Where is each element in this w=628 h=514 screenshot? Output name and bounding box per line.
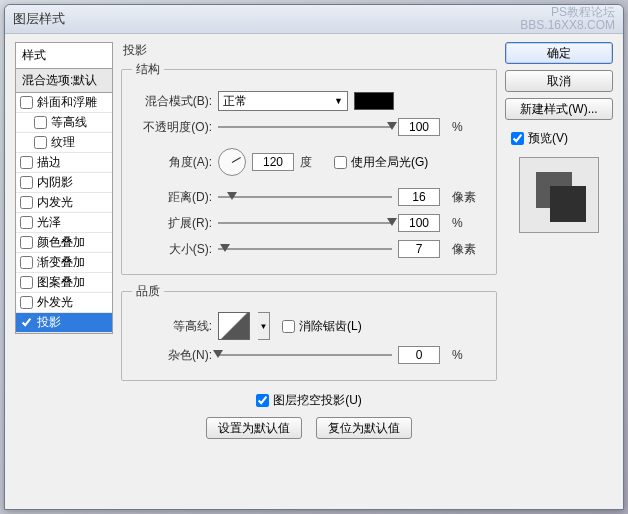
effect-label: 外发光 [37,294,73,311]
effect-label: 内阴影 [37,174,73,191]
effect-item[interactable]: 纹理 [16,133,112,153]
angle-label: 角度(A): [132,154,218,171]
effect-label: 纹理 [51,134,75,151]
spread-label: 扩展(R): [132,215,218,232]
watermark: PS教程论坛BBS.16XX8.COM [520,6,615,32]
effect-label: 内发光 [37,194,73,211]
titlebar[interactable]: 图层样式 PS教程论坛BBS.16XX8.COM [5,5,623,34]
antialias-checkbox[interactable]: 消除锯齿(L) [282,318,362,335]
size-input[interactable]: 7 [398,240,440,258]
new-style-button[interactable]: 新建样式(W)... [505,98,613,120]
size-label: 大小(S): [132,241,218,258]
effect-checkbox[interactable] [20,276,33,289]
quality-group: 品质 等高线: ▼ 消除锯齿(L) 杂色(N): 0 % [121,283,497,381]
angle-input[interactable]: 120 [252,153,294,171]
effect-item[interactable]: 内发光 [16,193,112,213]
noise-input[interactable]: 0 [398,346,440,364]
contour-dropdown[interactable]: ▼ [258,312,270,340]
set-default-button[interactable]: 设置为默认值 [206,417,302,439]
effect-checkbox[interactable] [20,316,33,329]
blend-mode-label: 混合模式(B): [132,93,218,110]
effect-label: 颜色叠加 [37,234,85,251]
effect-item[interactable]: 内阴影 [16,173,112,193]
effect-label: 渐变叠加 [37,254,85,271]
opacity-label: 不透明度(O): [132,119,218,136]
structure-legend: 结构 [132,61,164,78]
effect-label: 图案叠加 [37,274,85,291]
styles-header[interactable]: 样式 [15,42,113,69]
effect-item[interactable]: 渐变叠加 [16,253,112,273]
effect-checkbox[interactable] [20,216,33,229]
effect-checkbox[interactable] [34,136,47,149]
preview-checkbox[interactable]: 预览(V) [511,130,613,147]
noise-slider[interactable] [218,348,392,362]
effect-item[interactable]: 投影 [16,313,112,333]
knockout-checkbox[interactable]: 图层挖空投影(U) [121,392,497,409]
ok-button[interactable]: 确定 [505,42,613,64]
angle-dial[interactable] [218,148,246,176]
blend-mode-select[interactable]: 正常 ▼ [218,91,348,111]
distance-input[interactable]: 16 [398,188,440,206]
noise-label: 杂色(N): [132,347,218,364]
effect-item[interactable]: 光泽 [16,213,112,233]
opacity-input[interactable]: 100 [398,118,440,136]
window-title: 图层样式 [13,10,65,28]
panel-title: 投影 [123,42,497,59]
distance-label: 距离(D): [132,189,218,206]
effect-label: 投影 [37,314,61,331]
cancel-button[interactable]: 取消 [505,70,613,92]
effect-checkbox[interactable] [20,236,33,249]
spread-slider[interactable] [218,216,392,230]
chevron-down-icon: ▼ [334,96,343,106]
global-light-checkbox[interactable]: 使用全局光(G) [334,154,428,171]
blending-options[interactable]: 混合选项:默认 [15,69,113,93]
effect-list: 斜面和浮雕等高线纹理描边内阴影内发光光泽颜色叠加渐变叠加图案叠加外发光投影 [15,93,113,334]
layer-style-dialog: 图层样式 PS教程论坛BBS.16XX8.COM 样式 混合选项:默认 斜面和浮… [4,4,624,510]
effect-checkbox[interactable] [20,96,33,109]
effect-label: 光泽 [37,214,61,231]
effect-item[interactable]: 图案叠加 [16,273,112,293]
effect-label: 斜面和浮雕 [37,94,97,111]
size-slider[interactable] [218,242,392,256]
effect-item[interactable]: 外发光 [16,293,112,313]
effect-item[interactable]: 斜面和浮雕 [16,93,112,113]
effect-checkbox[interactable] [20,156,33,169]
effect-item[interactable]: 描边 [16,153,112,173]
quality-legend: 品质 [132,283,164,300]
contour-picker[interactable] [218,312,250,340]
options-column: 投影 结构 混合模式(B): 正常 ▼ 不透明度(O): 100 [121,42,497,499]
distance-slider[interactable] [218,190,392,204]
styles-column: 样式 混合选项:默认 斜面和浮雕等高线纹理描边内阴影内发光光泽颜色叠加渐变叠加图… [15,42,113,499]
effect-checkbox[interactable] [20,296,33,309]
effect-item[interactable]: 颜色叠加 [16,233,112,253]
reset-default-button[interactable]: 复位为默认值 [316,417,412,439]
spread-input[interactable]: 100 [398,214,440,232]
effect-label: 等高线 [51,114,87,131]
preview-thumbnail [519,157,599,233]
shadow-color-swatch[interactable] [354,92,394,110]
contour-label: 等高线: [132,318,218,335]
effect-label: 描边 [37,154,61,171]
dialog-body: 样式 混合选项:默认 斜面和浮雕等高线纹理描边内阴影内发光光泽颜色叠加渐变叠加图… [5,34,623,509]
effect-item[interactable]: 等高线 [16,113,112,133]
effect-checkbox[interactable] [20,196,33,209]
opacity-slider[interactable] [218,120,392,134]
structure-group: 结构 混合模式(B): 正常 ▼ 不透明度(O): 100 % [121,61,497,275]
effect-checkbox[interactable] [20,256,33,269]
effect-checkbox[interactable] [34,116,47,129]
effect-checkbox[interactable] [20,176,33,189]
action-column: 确定 取消 新建样式(W)... 预览(V) [505,42,613,499]
